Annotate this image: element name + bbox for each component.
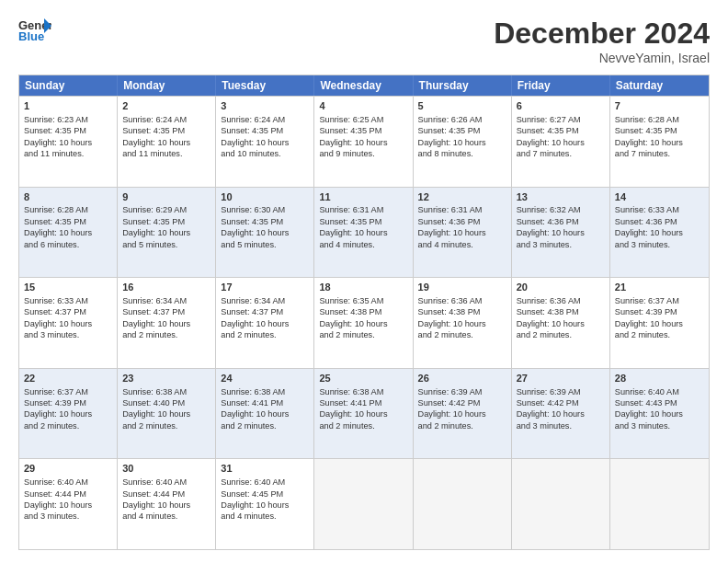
svg-text:Blue: Blue [18,29,44,42]
cal-cell-day-29: 29Sunrise: 6:40 AMSunset: 4:44 PMDayligh… [19,459,118,549]
day-info-line-0: Sunrise: 6:25 AM [319,114,407,125]
day-info-line-0: Sunrise: 6:31 AM [418,204,506,215]
cal-cell-empty [512,459,610,549]
day-info-line-1: Sunset: 4:35 PM [24,216,112,227]
day-info-line-3: and 4 minutes. [319,239,407,250]
day-info-line-3: and 3 minutes. [615,239,704,250]
cal-row-1: 8Sunrise: 6:28 AMSunset: 4:35 PMDaylight… [19,187,709,278]
day-info-line-3: and 4 minutes. [221,511,309,522]
day-info-line-1: Sunset: 4:42 PM [517,397,605,408]
day-info-line-3: and 3 minutes. [615,420,704,431]
cal-cell-day-23: 23Sunrise: 6:38 AMSunset: 4:40 PMDayligh… [118,369,216,459]
day-info-line-2: Daylight: 10 hours [221,318,309,329]
day-info-line-1: Sunset: 4:35 PM [319,216,407,227]
day-number: 15 [24,281,112,294]
day-info-line-2: Daylight: 10 hours [615,137,704,148]
day-info-line-1: Sunset: 4:41 PM [319,397,407,408]
day-info-line-1: Sunset: 4:35 PM [122,216,210,227]
day-info-line-0: Sunrise: 6:36 AM [418,295,506,306]
cal-cell-day-10: 10Sunrise: 6:30 AMSunset: 4:35 PMDayligh… [216,188,314,278]
cal-cell-day-28: 28Sunrise: 6:40 AMSunset: 4:43 PMDayligh… [610,369,709,459]
day-info-line-3: and 8 minutes. [418,148,506,159]
cal-header-day-friday: Friday [512,75,610,96]
cal-cell-day-14: 14Sunrise: 6:33 AMSunset: 4:36 PMDayligh… [610,188,709,278]
day-info-line-3: and 6 minutes. [24,239,112,250]
day-info-line-1: Sunset: 4:35 PM [221,216,309,227]
day-info-line-1: Sunset: 4:35 PM [319,125,407,136]
day-info-line-0: Sunrise: 6:36 AM [517,295,605,306]
main-title: December 2024 [494,17,710,51]
day-info-line-0: Sunrise: 6:31 AM [319,204,407,215]
day-info-line-1: Sunset: 4:36 PM [615,216,704,227]
cal-cell-day-15: 15Sunrise: 6:33 AMSunset: 4:37 PMDayligh… [19,278,118,368]
day-number: 27 [517,372,605,385]
cal-header-day-saturday: Saturday [610,75,709,96]
day-number: 8 [24,190,112,204]
day-info-line-3: and 3 minutes. [24,329,112,340]
day-info-line-2: Daylight: 10 hours [418,318,506,329]
day-info-line-0: Sunrise: 6:37 AM [24,386,112,397]
day-info-line-3: and 2 minutes. [319,420,407,431]
day-info-line-0: Sunrise: 6:24 AM [221,114,309,125]
day-info-line-3: and 4 minutes. [418,239,506,250]
day-number: 11 [319,190,407,204]
cal-cell-empty [414,459,512,549]
day-info-line-2: Daylight: 10 hours [517,137,605,148]
day-info-line-3: and 2 minutes. [418,420,506,431]
cal-cell-day-22: 22Sunrise: 6:37 AMSunset: 4:39 PMDayligh… [19,369,118,459]
day-info-line-0: Sunrise: 6:29 AM [122,204,210,215]
day-info-line-0: Sunrise: 6:26 AM [418,114,506,125]
day-number: 25 [319,372,407,385]
day-info-line-3: and 3 minutes. [517,239,605,250]
day-info-line-2: Daylight: 10 hours [418,227,506,238]
day-info-line-2: Daylight: 10 hours [24,137,112,148]
day-info-line-1: Sunset: 4:38 PM [418,306,506,317]
cal-header-day-monday: Monday [118,75,216,96]
cal-cell-day-2: 2Sunrise: 6:24 AMSunset: 4:35 PMDaylight… [118,97,216,187]
day-info-line-0: Sunrise: 6:38 AM [319,386,407,397]
day-info-line-1: Sunset: 4:37 PM [122,306,210,317]
day-info-line-1: Sunset: 4:35 PM [24,125,112,136]
cal-cell-day-13: 13Sunrise: 6:32 AMSunset: 4:36 PMDayligh… [512,188,610,278]
day-info-line-3: and 2 minutes. [221,329,309,340]
day-number: 13 [517,190,605,204]
day-info-line-1: Sunset: 4:39 PM [24,397,112,408]
cal-cell-day-7: 7Sunrise: 6:28 AMSunset: 4:35 PMDaylight… [610,97,709,187]
cal-cell-day-26: 26Sunrise: 6:39 AMSunset: 4:42 PMDayligh… [414,369,512,459]
day-info-line-0: Sunrise: 6:27 AM [517,114,605,125]
day-info-line-3: and 4 minutes. [122,511,210,522]
day-info-line-2: Daylight: 10 hours [517,227,605,238]
cal-header-day-thursday: Thursday [414,75,512,96]
cal-cell-day-5: 5Sunrise: 6:26 AMSunset: 4:35 PMDaylight… [414,97,512,187]
day-info-line-0: Sunrise: 6:23 AM [24,114,112,125]
day-info-line-2: Daylight: 10 hours [122,227,210,238]
cal-cell-day-31: 31Sunrise: 6:40 AMSunset: 4:45 PMDayligh… [216,459,314,549]
logo-icon: General Blue [18,17,51,42]
cal-cell-day-19: 19Sunrise: 6:36 AMSunset: 4:38 PMDayligh… [414,278,512,368]
day-info-line-2: Daylight: 10 hours [615,318,704,329]
day-info-line-0: Sunrise: 6:34 AM [221,295,309,306]
day-info-line-1: Sunset: 4:35 PM [418,125,506,136]
header: General Blue December 2024 NevveYamin, I… [18,17,710,65]
day-number: 6 [517,99,605,113]
day-info-line-3: and 2 minutes. [418,329,506,340]
day-info-line-1: Sunset: 4:42 PM [418,397,506,408]
day-info-line-2: Daylight: 10 hours [24,227,112,238]
day-info-line-2: Daylight: 10 hours [24,500,112,511]
day-info-line-2: Daylight: 10 hours [615,408,704,419]
day-info-line-0: Sunrise: 6:32 AM [517,204,605,215]
day-number: 18 [319,281,407,294]
day-info-line-2: Daylight: 10 hours [615,227,704,238]
day-info-line-3: and 2 minutes. [221,420,309,431]
cal-cell-day-24: 24Sunrise: 6:38 AMSunset: 4:41 PMDayligh… [216,369,314,459]
day-info-line-0: Sunrise: 6:39 AM [517,386,605,397]
day-number: 5 [418,99,506,113]
day-info-line-0: Sunrise: 6:37 AM [615,295,704,306]
day-number: 1 [24,99,112,113]
day-info-line-1: Sunset: 4:38 PM [517,306,605,317]
day-info-line-2: Daylight: 10 hours [319,408,407,419]
day-info-line-3: and 2 minutes. [122,329,210,340]
cal-cell-day-12: 12Sunrise: 6:31 AMSunset: 4:36 PMDayligh… [414,188,512,278]
day-info-line-1: Sunset: 4:37 PM [24,306,112,317]
day-info-line-2: Daylight: 10 hours [221,137,309,148]
